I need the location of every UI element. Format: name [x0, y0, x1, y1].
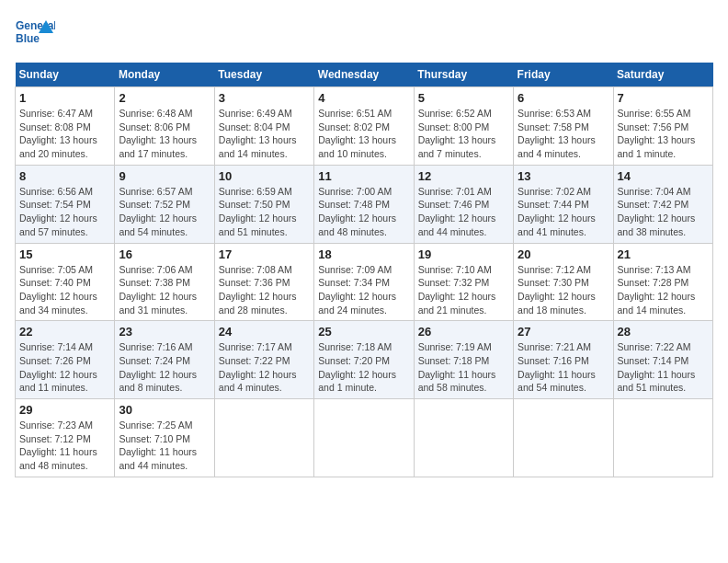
calendar-day: 27 Sunrise: 7:21 AM Sunset: 7:16 PM Dayl…: [514, 321, 613, 399]
day-number: 22: [19, 325, 110, 339]
calendar-day: 8 Sunrise: 6:56 AM Sunset: 7:54 PM Dayli…: [16, 165, 115, 243]
day-info: Sunrise: 7:12 AM Sunset: 7:30 PM Dayligh…: [518, 263, 609, 317]
day-info: Sunrise: 6:53 AM Sunset: 7:58 PM Dayligh…: [518, 107, 609, 161]
day-number: 28: [618, 325, 709, 339]
day-info: Sunrise: 7:14 AM Sunset: 7:26 PM Dayligh…: [19, 340, 110, 395]
calendar-day: 14 Sunrise: 7:04 AM Sunset: 7:42 PM Dayl…: [613, 165, 712, 243]
day-number: 15: [19, 247, 110, 261]
calendar-day: 12 Sunrise: 7:01 AM Sunset: 7:46 PM Dayl…: [414, 165, 513, 243]
day-info: Sunrise: 7:10 AM Sunset: 7:32 PM Dayligh…: [418, 263, 509, 317]
calendar-day: 1 Sunrise: 6:47 AM Sunset: 8:08 PM Dayli…: [16, 87, 115, 166]
calendar-week-row: 29 Sunrise: 7:23 AM Sunset: 7:12 PM Dayl…: [16, 399, 713, 477]
calendar-day: 2 Sunrise: 6:48 AM Sunset: 8:06 PM Dayli…: [115, 87, 214, 166]
logo: General Blue: [15, 15, 55, 55]
day-info: Sunrise: 7:21 AM Sunset: 7:16 PM Dayligh…: [518, 340, 609, 395]
day-number: 10: [219, 169, 310, 183]
day-info: Sunrise: 6:57 AM Sunset: 7:52 PM Dayligh…: [119, 185, 210, 239]
calendar-week-row: 22 Sunrise: 7:14 AM Sunset: 7:26 PM Dayl…: [16, 321, 713, 399]
day-number: 25: [318, 325, 409, 339]
empty-day: [414, 399, 513, 477]
day-number: 8: [19, 169, 110, 183]
calendar-day: 19 Sunrise: 7:10 AM Sunset: 7:32 PM Dayl…: [414, 243, 513, 321]
calendar-day: 6 Sunrise: 6:53 AM Sunset: 7:58 PM Dayli…: [514, 87, 613, 166]
empty-day: [314, 399, 414, 477]
calendar-day: 18 Sunrise: 7:09 AM Sunset: 7:34 PM Dayl…: [314, 243, 414, 321]
calendar-day: 25 Sunrise: 7:18 AM Sunset: 7:20 PM Dayl…: [314, 321, 414, 399]
empty-day: [613, 399, 712, 477]
day-info: Sunrise: 6:48 AM Sunset: 8:06 PM Dayligh…: [119, 107, 210, 161]
calendar-day: 5 Sunrise: 6:52 AM Sunset: 8:00 PM Dayli…: [414, 87, 513, 166]
day-number: 3: [219, 91, 310, 105]
calendar-day: 29 Sunrise: 7:23 AM Sunset: 7:12 PM Dayl…: [16, 399, 115, 477]
day-number: 9: [119, 169, 210, 183]
day-number: 4: [318, 91, 409, 105]
calendar-day: 23 Sunrise: 7:16 AM Sunset: 7:24 PM Dayl…: [115, 321, 214, 399]
day-number: 13: [518, 169, 609, 183]
svg-text:Blue: Blue: [16, 32, 40, 45]
calendar-day: 11 Sunrise: 7:00 AM Sunset: 7:48 PM Dayl…: [314, 165, 414, 243]
day-info: Sunrise: 7:01 AM Sunset: 7:46 PM Dayligh…: [418, 185, 509, 239]
day-number: 6: [518, 91, 609, 105]
day-info: Sunrise: 7:05 AM Sunset: 7:40 PM Dayligh…: [19, 263, 110, 317]
calendar-day: 16 Sunrise: 7:06 AM Sunset: 7:38 PM Dayl…: [115, 243, 214, 321]
day-info: Sunrise: 7:13 AM Sunset: 7:28 PM Dayligh…: [618, 263, 709, 317]
day-number: 26: [418, 325, 509, 339]
empty-day: [214, 399, 313, 477]
day-info: Sunrise: 6:49 AM Sunset: 8:04 PM Dayligh…: [219, 107, 310, 161]
day-info: Sunrise: 6:56 AM Sunset: 7:54 PM Dayligh…: [19, 185, 110, 239]
calendar-day: 22 Sunrise: 7:14 AM Sunset: 7:26 PM Dayl…: [16, 321, 115, 399]
logo-svg: General Blue: [15, 15, 55, 55]
calendar-week-row: 15 Sunrise: 7:05 AM Sunset: 7:40 PM Dayl…: [16, 243, 713, 321]
day-info: Sunrise: 7:17 AM Sunset: 7:22 PM Dayligh…: [219, 340, 310, 395]
day-number: 11: [318, 169, 409, 183]
page-header: General Blue: [15, 15, 713, 55]
day-info: Sunrise: 6:59 AM Sunset: 7:50 PM Dayligh…: [219, 185, 310, 239]
day-info: Sunrise: 7:08 AM Sunset: 7:36 PM Dayligh…: [219, 263, 310, 317]
day-info: Sunrise: 7:16 AM Sunset: 7:24 PM Dayligh…: [119, 340, 210, 395]
calendar-day: 10 Sunrise: 6:59 AM Sunset: 7:50 PM Dayl…: [214, 165, 313, 243]
day-number: 12: [418, 169, 509, 183]
day-number: 16: [119, 247, 210, 261]
calendar-day: 21 Sunrise: 7:13 AM Sunset: 7:28 PM Dayl…: [613, 243, 712, 321]
day-number: 2: [119, 91, 210, 105]
calendar-day: 26 Sunrise: 7:19 AM Sunset: 7:18 PM Dayl…: [414, 321, 513, 399]
empty-day: [514, 399, 613, 477]
day-of-week-header: Wednesday: [314, 63, 414, 87]
day-info: Sunrise: 7:18 AM Sunset: 7:20 PM Dayligh…: [318, 340, 409, 395]
day-info: Sunrise: 7:22 AM Sunset: 7:14 PM Dayligh…: [618, 340, 709, 395]
day-number: 20: [518, 247, 609, 261]
calendar-day: 17 Sunrise: 7:08 AM Sunset: 7:36 PM Dayl…: [214, 243, 313, 321]
calendar-day: 4 Sunrise: 6:51 AM Sunset: 8:02 PM Dayli…: [314, 87, 414, 166]
day-of-week-header: Monday: [115, 63, 214, 87]
day-of-week-header: Tuesday: [214, 63, 313, 87]
days-of-week-row: SundayMondayTuesdayWednesdayThursdayFrid…: [16, 63, 713, 87]
day-info: Sunrise: 6:55 AM Sunset: 7:56 PM Dayligh…: [618, 107, 709, 161]
calendar-week-row: 1 Sunrise: 6:47 AM Sunset: 8:08 PM Dayli…: [16, 87, 713, 166]
day-number: 21: [618, 247, 709, 261]
day-info: Sunrise: 7:04 AM Sunset: 7:42 PM Dayligh…: [618, 185, 709, 239]
day-number: 29: [19, 403, 110, 417]
calendar-day: 28 Sunrise: 7:22 AM Sunset: 7:14 PM Dayl…: [613, 321, 712, 399]
calendar-day: 9 Sunrise: 6:57 AM Sunset: 7:52 PM Dayli…: [115, 165, 214, 243]
day-number: 23: [119, 325, 210, 339]
day-number: 27: [518, 325, 609, 339]
calendar-table: SundayMondayTuesdayWednesdayThursdayFrid…: [15, 63, 713, 477]
day-of-week-header: Saturday: [613, 63, 712, 87]
calendar-day: 13 Sunrise: 7:02 AM Sunset: 7:44 PM Dayl…: [514, 165, 613, 243]
day-of-week-header: Sunday: [16, 63, 115, 87]
calendar-week-row: 8 Sunrise: 6:56 AM Sunset: 7:54 PM Dayli…: [16, 165, 713, 243]
day-info: Sunrise: 7:25 AM Sunset: 7:10 PM Dayligh…: [119, 419, 210, 473]
day-info: Sunrise: 7:23 AM Sunset: 7:12 PM Dayligh…: [19, 419, 110, 473]
day-info: Sunrise: 6:47 AM Sunset: 8:08 PM Dayligh…: [19, 107, 110, 161]
calendar-day: 7 Sunrise: 6:55 AM Sunset: 7:56 PM Dayli…: [613, 87, 712, 166]
day-number: 24: [219, 325, 310, 339]
day-info: Sunrise: 7:06 AM Sunset: 7:38 PM Dayligh…: [119, 263, 210, 317]
day-number: 19: [418, 247, 509, 261]
day-info: Sunrise: 7:09 AM Sunset: 7:34 PM Dayligh…: [318, 263, 409, 317]
day-info: Sunrise: 7:02 AM Sunset: 7:44 PM Dayligh…: [518, 185, 609, 239]
day-info: Sunrise: 6:52 AM Sunset: 8:00 PM Dayligh…: [418, 107, 509, 161]
day-number: 30: [119, 403, 210, 417]
day-number: 17: [219, 247, 310, 261]
day-number: 18: [318, 247, 409, 261]
day-number: 14: [618, 169, 709, 183]
